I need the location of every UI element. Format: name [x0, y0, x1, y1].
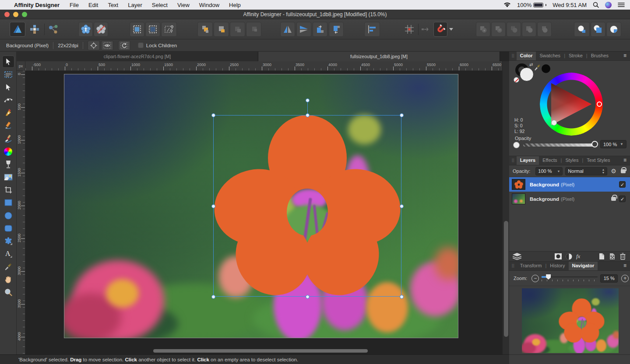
boolean-intersect-button[interactable]	[507, 22, 521, 37]
adjustment-layer-icon[interactable]	[566, 253, 572, 260]
panel-grip[interactable]: ||	[509, 52, 517, 60]
boolean-add-button[interactable]: +	[476, 22, 490, 37]
transparency-tool[interactable]	[2, 158, 14, 170]
layer-effects-fx-icon[interactable]: fx	[576, 253, 580, 260]
rotate-ccw-button[interactable]	[313, 22, 327, 37]
hue-selector-dot[interactable]	[597, 102, 602, 107]
battery-indicator[interactable]: 100%	[517, 2, 546, 8]
menu-edit[interactable]: Edit	[88, 2, 98, 8]
blend-mode-dropdown[interactable]: Normal▲▼	[565, 167, 607, 175]
boolean-subtract-button[interactable]: −	[491, 22, 506, 37]
panel-menu-icon[interactable]: ≡	[623, 156, 630, 165]
layers-stack-icon[interactable]	[513, 253, 521, 260]
rotate-cw-button[interactable]	[329, 22, 344, 37]
opacity-swatch[interactable]	[513, 142, 520, 148]
move-forward-button[interactable]	[197, 22, 213, 37]
insert-on-top-button[interactable]	[606, 22, 621, 37]
handle-top-center[interactable]	[306, 113, 310, 117]
layers-opacity-dropdown[interactable]: 100 %▼	[535, 167, 563, 175]
layer-visibility-checkbox[interactable]: ✓	[619, 196, 626, 202]
ellipse-tool[interactable]	[2, 210, 14, 222]
node-tool[interactable]	[2, 81, 14, 94]
handle-bottom-right[interactable]	[400, 295, 404, 299]
zoom-value-field[interactable]: 15 %	[600, 274, 618, 283]
zoom-slider-thumb[interactable]	[546, 274, 551, 280]
vector-crop-tool[interactable]	[2, 184, 14, 196]
insert-behind-button[interactable]	[574, 22, 590, 37]
export-persona-button[interactable]	[46, 22, 61, 37]
artistic-text-tool[interactable]: A	[2, 248, 14, 260]
vertical-scrollbar-thumb[interactable]	[504, 221, 508, 337]
layer-locked-icon[interactable]	[611, 197, 616, 201]
menu-clock[interactable]: Wed 9:51 AM	[553, 2, 587, 8]
tab-layers[interactable]: Layers	[517, 156, 539, 165]
move-tool[interactable]	[2, 56, 14, 68]
select-object-button[interactable]	[78, 22, 93, 37]
tab-brushes[interactable]: Brushes	[588, 52, 612, 60]
boolean-divide-button[interactable]	[522, 22, 536, 37]
app-menu[interactable]: Affinity Designer	[14, 2, 60, 8]
siri-icon[interactable]	[605, 2, 612, 8]
layer-row-clipart[interactable]: Background (Pixel) ✓	[509, 177, 630, 192]
menu-file[interactable]: File	[70, 2, 79, 8]
new-layer-icon[interactable]	[599, 253, 605, 260]
marquee-union-button[interactable]	[130, 22, 144, 37]
panel-grip[interactable]: ||	[509, 156, 517, 165]
handle-mid-left[interactable]	[211, 204, 215, 208]
snapping-toggle-button[interactable]	[433, 22, 447, 37]
move-to-back-button[interactable]	[246, 22, 261, 37]
grid-toggle-button[interactable]	[402, 22, 417, 37]
zoom-tool[interactable]	[2, 286, 14, 298]
horizontal-scrollbar-thumb[interactable]	[153, 349, 368, 353]
color-picker-tool[interactable]	[2, 261, 14, 273]
canvas-viewport[interactable]	[25, 71, 502, 354]
hide-selection-while-dragging-button[interactable]	[101, 41, 113, 50]
sl-selector-dot[interactable]	[551, 120, 557, 126]
handle-mid-right[interactable]	[400, 204, 404, 208]
vertical-scrollbar[interactable]	[502, 61, 509, 354]
menu-view[interactable]: View	[177, 2, 190, 8]
alignment-button[interactable]	[364, 22, 380, 37]
pixel-alignment-button[interactable]	[419, 22, 432, 37]
fill-tool[interactable]	[2, 145, 14, 158]
marquee-subtract-button[interactable]	[145, 22, 160, 37]
tab-navigator[interactable]: Navigator	[569, 262, 598, 270]
doc-tab-clipart[interactable]: clipart-flower-acezR7dc4.png [M]	[17, 52, 258, 61]
handle-top-right[interactable]	[400, 113, 404, 117]
tab-transform[interactable]: Transform	[517, 262, 546, 270]
pencil-tool[interactable]	[2, 119, 14, 132]
opacity-slider[interactable]	[523, 144, 596, 147]
menu-help[interactable]: Help	[229, 2, 241, 8]
rounded-rectangle-tool[interactable]	[2, 222, 14, 234]
panel-grip[interactable]: ||	[509, 262, 517, 270]
tab-effects[interactable]: Effects	[539, 156, 560, 165]
layer-settings-gear-icon[interactable]: ⚙	[611, 168, 616, 175]
view-tool[interactable]	[2, 273, 14, 286]
shape-tool[interactable]	[2, 235, 14, 247]
handle-bottom-center[interactable]	[306, 295, 310, 299]
navigator-preview[interactable]	[522, 288, 619, 353]
menu-layer[interactable]: Layer	[128, 2, 142, 8]
tab-history[interactable]: History	[546, 262, 568, 270]
rotation-handle[interactable]	[306, 98, 310, 102]
tab-swatches[interactable]: Swatches	[536, 52, 564, 60]
zoom-in-button[interactable]: +	[621, 275, 629, 282]
tab-color[interactable]: Color	[517, 52, 536, 60]
flip-vertical-button[interactable]	[296, 22, 311, 37]
picked-color-swatch[interactable]	[542, 64, 550, 73]
mask-layer-icon[interactable]	[555, 253, 562, 259]
move-to-front-button[interactable]	[214, 22, 229, 37]
menu-select[interactable]: Select	[152, 2, 168, 8]
transform-origin-button[interactable]	[88, 41, 100, 50]
move-backward-button[interactable]	[230, 22, 245, 37]
snapping-dropdown-caret[interactable]	[448, 22, 454, 37]
deselect-object-button[interactable]	[94, 22, 108, 37]
place-image-tool[interactable]	[2, 171, 14, 183]
panel-menu-icon[interactable]: ≡	[623, 52, 630, 60]
swap-fill-stroke-icon[interactable]: ⇄	[529, 62, 533, 67]
vector-brush-tool[interactable]	[2, 133, 14, 145]
menu-window[interactable]: Window	[199, 2, 219, 8]
handle-bottom-left[interactable]	[211, 295, 215, 299]
pen-tool[interactable]	[2, 107, 14, 119]
opacity-value-dropdown[interactable]: 100 %▼	[600, 140, 626, 148]
